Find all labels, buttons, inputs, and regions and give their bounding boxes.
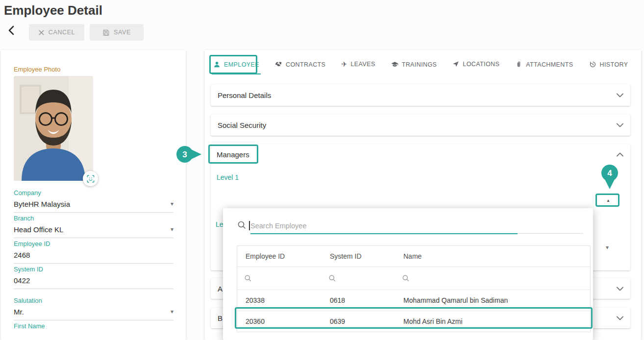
filter-employee-id[interactable] bbox=[237, 275, 322, 282]
photo-label: Employee Photo bbox=[14, 66, 60, 73]
employee-search-popup: Employee ID System ID Name bbox=[223, 208, 593, 340]
close-icon bbox=[38, 29, 45, 36]
tab-locations[interactable]: LOCATIONS bbox=[451, 53, 501, 74]
field-value: 2468 bbox=[14, 251, 30, 259]
company-field[interactable]: Company ByteHR Malaysia ▾ bbox=[14, 189, 173, 213]
cell-employee-id: 20360 bbox=[237, 317, 322, 325]
tab-history[interactable]: HISTORY bbox=[588, 53, 630, 74]
chevron-down-icon[interactable] bbox=[617, 316, 623, 320]
search-icon bbox=[245, 275, 251, 282]
employee-detail-page: Employee Detail CANCEL SAVE Employee Pho… bbox=[0, 0, 644, 340]
tab-label: CONTRACTS bbox=[286, 61, 325, 68]
tab-label: ATTACHMENTS bbox=[526, 61, 573, 68]
dropdown-caret-icon[interactable]: ▾ bbox=[171, 226, 173, 232]
accordion-title-partial: B bbox=[218, 314, 223, 322]
level2-dropdown-caret-icon[interactable]: ▾ bbox=[606, 244, 609, 251]
employee-detail-panel: EMPLOYEE CONTRACTS ✈ LEAVES TRAININGS bbox=[205, 50, 641, 340]
save-icon bbox=[102, 29, 110, 36]
table-header-row: Employee ID System ID Name bbox=[237, 246, 590, 267]
employee-photo-image bbox=[14, 76, 93, 181]
employee-photo bbox=[14, 76, 93, 181]
field-label: System ID bbox=[14, 266, 173, 273]
accordion-personal-details[interactable]: Personal Details bbox=[211, 84, 630, 106]
column-header: Employee ID bbox=[237, 252, 322, 260]
field-label: Employee ID bbox=[14, 240, 173, 247]
handshake-icon bbox=[275, 61, 282, 68]
tab-trainings[interactable]: TRAININGS bbox=[390, 53, 439, 74]
paperclip-icon bbox=[515, 61, 522, 68]
tab-contracts[interactable]: CONTRACTS bbox=[273, 53, 327, 74]
first-name-field[interactable]: First Name bbox=[14, 322, 173, 340]
caret-up-icon: ▴ bbox=[607, 197, 609, 203]
airplane-icon: ✈ bbox=[341, 61, 347, 68]
text-cursor bbox=[249, 221, 250, 230]
search-icon bbox=[402, 275, 409, 282]
search-icon bbox=[238, 221, 246, 229]
level-2-label-partial: Le bbox=[216, 220, 223, 228]
cell-employee-id: 20338 bbox=[237, 296, 322, 304]
graduation-cap-icon bbox=[391, 61, 398, 68]
accordion-title: Personal Details bbox=[218, 91, 271, 99]
navigation-icon bbox=[452, 61, 459, 68]
save-label: SAVE bbox=[114, 29, 131, 36]
accordion-title-managers[interactable]: Managers bbox=[217, 150, 249, 159]
field-label: Branch bbox=[14, 215, 173, 222]
employee-id-field[interactable]: Employee ID 2468 bbox=[14, 240, 173, 264]
profile-fields: Company ByteHR Malaysia ▾ Branch Head Of… bbox=[14, 189, 173, 340]
tab-label: TRAININGS bbox=[402, 61, 437, 68]
chevron-left-icon bbox=[7, 25, 16, 36]
search-employee-input[interactable] bbox=[250, 219, 518, 234]
page-title: Employee Detail bbox=[4, 3, 102, 18]
filter-name[interactable] bbox=[395, 275, 590, 282]
face-capture-button[interactable] bbox=[83, 171, 98, 186]
face-scan-icon bbox=[86, 174, 95, 183]
cell-system-id: 0639 bbox=[322, 317, 395, 325]
table-filter-row bbox=[237, 267, 590, 290]
chevron-down-icon[interactable] bbox=[617, 287, 623, 291]
cell-name: Mohd Asri Bin Azmi bbox=[395, 317, 590, 325]
column-header: Name bbox=[395, 252, 590, 260]
dropdown-caret-icon[interactable]: ▾ bbox=[171, 309, 173, 315]
dropdown-caret-icon[interactable]: ▾ bbox=[171, 201, 173, 207]
save-button[interactable]: SAVE bbox=[90, 24, 144, 41]
cell-name: Mohammad Qamarul bin Sadiman bbox=[395, 296, 590, 304]
field-label: First Name bbox=[14, 322, 173, 330]
system-id-field[interactable]: System ID 0422 bbox=[14, 266, 173, 289]
filter-system-id[interactable] bbox=[322, 275, 395, 282]
level1-manager-dropdown-toggle[interactable]: ▴ bbox=[599, 195, 618, 205]
branch-field[interactable]: Branch Head Office KL ▾ bbox=[14, 215, 173, 238]
input-underline-extension bbox=[518, 233, 583, 234]
field-value: ByteHR Malaysia bbox=[14, 200, 70, 208]
table-row-highlighted[interactable]: 20360 0639 Mohd Asri Bin Azmi bbox=[237, 311, 590, 332]
history-icon bbox=[589, 61, 596, 68]
tab-label: LOCATIONS bbox=[463, 61, 499, 68]
person-icon bbox=[213, 61, 221, 68]
field-value: 0422 bbox=[14, 276, 30, 285]
cancel-label: CANCEL bbox=[49, 29, 75, 36]
level-1-label: Level 1 bbox=[217, 173, 239, 181]
back-button[interactable] bbox=[5, 24, 18, 37]
accordion-social-security[interactable]: Social Security bbox=[211, 114, 630, 136]
tab-employee[interactable]: EMPLOYEE bbox=[212, 53, 261, 74]
chevron-up-icon[interactable] bbox=[617, 152, 623, 157]
employee-profile-panel: Employee Photo bbox=[1, 50, 186, 340]
salutation-field[interactable]: Salutation Mr. ▾ bbox=[14, 297, 173, 320]
tab-label: EMPLOYEE bbox=[224, 61, 259, 68]
field-label: Salutation bbox=[14, 297, 173, 304]
table-row[interactable]: 20338 0618 Mohammad Qamarul bin Sadiman bbox=[237, 290, 590, 311]
tab-leaves[interactable]: ✈ LEAVES bbox=[340, 53, 376, 74]
field-value: Head Office KL bbox=[14, 225, 63, 234]
detail-tabs: EMPLOYEE CONTRACTS ✈ LEAVES TRAININGS bbox=[212, 53, 629, 74]
chevron-down-icon[interactable] bbox=[617, 93, 623, 97]
cell-system-id: 0618 bbox=[322, 296, 395, 304]
search-icon bbox=[329, 275, 336, 282]
column-header: System ID bbox=[322, 252, 395, 260]
chevron-down-icon[interactable] bbox=[617, 123, 623, 127]
field-label: Company bbox=[14, 189, 173, 196]
cancel-button[interactable]: CANCEL bbox=[29, 24, 84, 41]
tab-attachments[interactable]: ATTACHMENTS bbox=[514, 53, 574, 74]
tab-label: LEAVES bbox=[351, 61, 375, 68]
employee-picker-table: Employee ID System ID Name bbox=[237, 245, 591, 332]
field-value: Mr. bbox=[14, 308, 24, 316]
accordion-title-partial: A bbox=[218, 285, 223, 293]
